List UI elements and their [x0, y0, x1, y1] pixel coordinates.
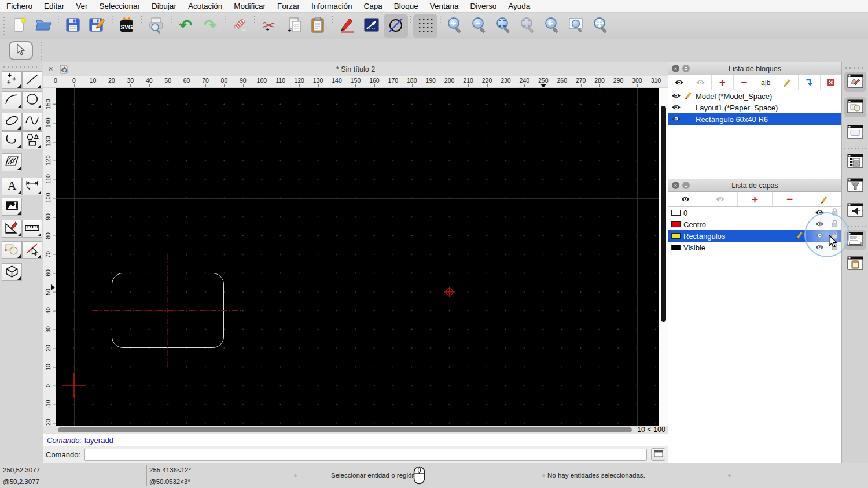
zoom-pan-button[interactable] [589, 14, 613, 38]
add-block-button[interactable]: + [712, 75, 734, 90]
modify-tool-button[interactable] [2, 220, 22, 238]
copy-button[interactable]: + [281, 14, 306, 38]
menu-bloque[interactable]: Bloque [394, 2, 418, 10]
text-tool-button[interactable]: A [2, 178, 22, 195]
zoom-previous-button[interactable] [540, 14, 564, 38]
dock-window-button[interactable] [844, 123, 866, 143]
palette-handle[interactable] [3, 66, 39, 68]
points-tool-button[interactable] [2, 71, 22, 89]
panel-close-icon[interactable]: × [672, 182, 679, 189]
menu-capa[interactable]: Capa [364, 2, 382, 10]
menu-acotación[interactable]: Acotación [188, 2, 222, 10]
visibility-eye-icon[interactable] [671, 92, 681, 101]
dock-library-button[interactable] [844, 97, 866, 117]
zoom-window-button[interactable] [564, 14, 589, 38]
dimension-tool-button[interactable] [22, 178, 42, 195]
dock-filter-button[interactable] [844, 176, 866, 196]
command-window-button[interactable] [651, 448, 665, 461]
insert-block-button[interactable] [799, 75, 821, 90]
menu-dibujar[interactable]: Dibujar [152, 2, 176, 10]
rename-block-button[interactable]: a|b [755, 75, 777, 90]
vertical-scrollbar-thumb[interactable] [661, 106, 666, 322]
save-as-button[interactable] [85, 14, 109, 38]
block-row[interactable]: Model (*Model_Space) [668, 90, 841, 102]
hide-all-eye-button[interactable] [690, 75, 712, 90]
visibility-eye-icon[interactable] [671, 115, 681, 124]
block-row[interactable]: Layout1 (*Paper_Space) [668, 102, 841, 113]
menu-diverso[interactable]: Diverso [470, 2, 496, 10]
new-file-button[interactable] [7, 14, 31, 38]
image-tool-button[interactable] [2, 198, 22, 216]
layer-color-swatch[interactable] [671, 245, 681, 250]
arc-tool-button[interactable] [2, 91, 22, 109]
select-arrow-button[interactable] [9, 41, 33, 60]
dock-clipboard-button[interactable] [844, 254, 866, 274]
block-row[interactable]: Rectángulo 60x40 R6 [668, 113, 841, 125]
panel-float-icon[interactable] [682, 182, 690, 189]
add-layer-button[interactable]: + [738, 192, 773, 206]
remove-layer-button[interactable]: − [773, 192, 807, 206]
cube-tool-button[interactable] [2, 263, 22, 281]
menu-editar[interactable]: Editar [44, 2, 64, 10]
polyline-tool-button[interactable] [2, 131, 22, 149]
grid-toggle-button[interactable] [413, 14, 437, 38]
zoom-auto-button[interactable] [491, 14, 516, 38]
redo-button[interactable]: ↷ [198, 14, 222, 38]
show-all-eye-button[interactable] [668, 192, 703, 206]
circle-tool-button[interactable] [22, 91, 42, 109]
layer-color-swatch[interactable] [671, 233, 681, 239]
dock-layer-list-button[interactable] [844, 151, 866, 172]
cut-button[interactable]: ✂+ [257, 14, 281, 38]
command-input[interactable] [84, 449, 647, 461]
delete-block-button[interactable] [821, 75, 842, 90]
zoom-selection-button[interactable] [516, 14, 540, 38]
measure-tool-button[interactable] [22, 220, 42, 238]
tab-close-icon[interactable]: × [48, 64, 53, 73]
menu-información[interactable]: Información [311, 2, 352, 10]
hatch-tool-button[interactable] [2, 153, 22, 171]
isometric-circle-button[interactable] [384, 14, 408, 38]
draw-pencil-button[interactable] [335, 14, 359, 38]
pick-entity-tool-button[interactable] [22, 241, 42, 259]
strip-handle[interactable] [845, 67, 865, 69]
block-tool-button[interactable] [2, 241, 22, 259]
edit-layer-button[interactable] [807, 192, 841, 206]
dock-announcer-button[interactable] [844, 201, 866, 221]
menu-fichero[interactable]: Fichero [6, 2, 32, 10]
layer-color-swatch[interactable] [671, 221, 681, 227]
visibility-eye-icon[interactable] [671, 103, 681, 112]
menu-modificar[interactable]: Modificar [234, 2, 266, 10]
remove-block-button[interactable]: − [734, 75, 756, 90]
menu-forzar[interactable]: Forzar [277, 2, 300, 10]
menu-seleccionar[interactable]: Seleccionar [100, 2, 141, 10]
drawing-canvas[interactable] [56, 88, 659, 426]
panel-close-icon[interactable]: × [672, 65, 679, 72]
save-button[interactable] [61, 14, 85, 38]
menu-ayuda[interactable]: Ayuda [508, 2, 530, 10]
panel-float-icon[interactable] [682, 65, 690, 72]
menu-ver[interactable]: Ver [76, 2, 87, 10]
undo-button[interactable]: ↶ [174, 14, 198, 38]
open-file-button[interactable] [31, 14, 56, 38]
dock-blocks-button[interactable] [844, 72, 866, 92]
horizontal-scrollbar-thumb[interactable] [58, 427, 632, 432]
line-arrow-button[interactable] [359, 14, 384, 38]
zoom-out-button[interactable] [467, 14, 491, 38]
zoom-in-button[interactable] [443, 14, 467, 38]
spline-tool-button[interactable] [22, 113, 42, 131]
horizontal-scrollbar[interactable]: 10 < 100 [43, 426, 668, 434]
show-all-eye-button[interactable] [668, 75, 690, 90]
print-preview-button[interactable] [144, 14, 168, 38]
vertical-scrollbar[interactable] [659, 88, 668, 426]
ellipse-tool-button[interactable] [2, 113, 22, 131]
edit-block-button[interactable] [777, 75, 799, 90]
paste-button[interactable] [306, 14, 330, 38]
menu-ventana[interactable]: Ventana [430, 2, 459, 10]
line-tool-button[interactable] [22, 71, 42, 89]
delete-eraser-button[interactable] [227, 14, 252, 38]
layer-color-swatch[interactable] [671, 210, 681, 216]
hide-all-eye-button[interactable] [703, 192, 738, 206]
polygon-tool-button[interactable] [22, 131, 42, 149]
toolbar-handle[interactable] [1, 17, 7, 35]
toolbar-handle[interactable] [39, 42, 45, 60]
